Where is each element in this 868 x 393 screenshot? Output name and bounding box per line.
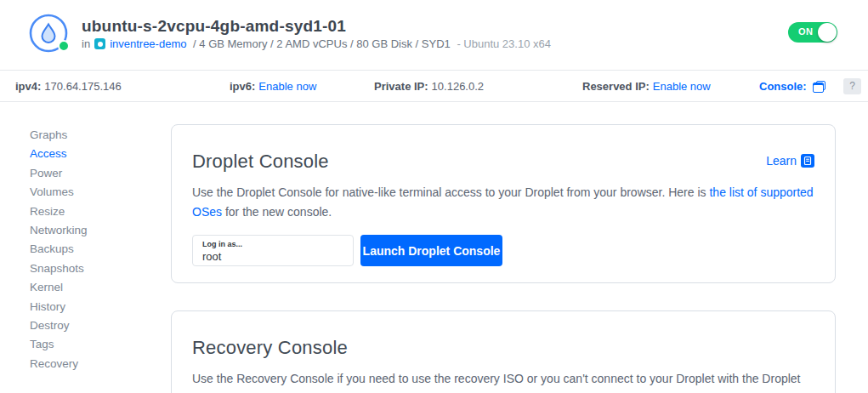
sidebar-item-history[interactable]: History [30,298,157,316]
login-as-field[interactable]: Log in as... [192,235,354,266]
sidebar-item-snapshots[interactable]: Snapshots [30,259,157,278]
reserved-ip-label: Reserved IP: [582,80,650,93]
ip-info-bar: ipv4:170.64.175.146 ipv6:Enable now Priv… [0,70,868,102]
login-as-input[interactable] [202,250,343,264]
droplet-specs: / 4 GB Memory / 2 AMD vCPUs / 80 GB Disk… [190,37,450,50]
description-text-2: for the new console. [222,205,332,219]
learn-label: Learn [766,154,797,168]
droplet-avatar-icon [29,14,68,53]
sidebar-item-resize[interactable]: Resize [30,202,157,221]
ipv6-info: ipv6:Enable now [230,71,316,102]
sidebar-item-networking[interactable]: Networking [30,221,157,240]
droplet-header: ubuntu-s-2vcpu-4gb-amd-syd1-01 in invent… [0,0,868,70]
toggle-knob [818,23,837,42]
recovery-console-description: Use the Recovery Console if you need to … [192,369,826,393]
sidebar-item-tags[interactable]: Tags [30,335,157,354]
docs-icon [801,154,814,168]
droplet-console-description: Use the Droplet Console for native-like … [192,183,826,222]
launch-droplet-console-button[interactable]: Launch Droplet Console [360,235,502,266]
sidebar-item-volumes[interactable]: Volumes [30,183,157,202]
sidebar-item-power[interactable]: Power [30,164,157,183]
droplet-console-card: Droplet Console Learn Use the Droplet Co… [171,124,836,283]
description-text-1: Use the Droplet Console for native-like … [192,185,709,199]
ipv4-value: 170.64.175.146 [44,80,121,93]
power-toggle[interactable]: ON [788,22,837,43]
sidebar-item-kernel[interactable]: Kernel [30,278,157,297]
sidebar-item-graphs[interactable]: Graphs [30,126,157,145]
private-ip-info: Private IP:10.126.0.2 [374,71,484,102]
learn-link[interactable]: Learn [766,154,814,168]
droplet-os: - Ubuntu 23.10 x64 [454,37,551,50]
power-status-dot [58,40,70,52]
toggle-state-label: ON [798,26,814,37]
console-link[interactable]: Console: [759,71,825,102]
droplet-subtitle: in inventree-demo / 4 GB Memory / 2 AMD … [82,37,551,50]
sidebar-item-recovery[interactable]: Recovery [30,355,157,373]
private-ip-value: 10.126.0.2 [432,80,484,93]
ipv6-label: ipv6: [230,80,255,93]
ipv4-label: ipv4: [15,80,41,93]
project-icon [94,38,105,49]
breadcrumb-prefix: in [82,37,90,50]
login-as-label: Log in as... [202,240,343,248]
console-window-icon [813,81,825,93]
help-button[interactable]: ? [843,78,861,94]
project-link[interactable]: inventree-demo [110,37,186,50]
droplet-sidebar: Graphs Access Power Volumes Resize Netwo… [30,126,157,373]
recovery-console-card: Recovery Console Use the Recovery Consol… [171,310,836,393]
reserved-ip-enable-link[interactable]: Enable now [653,80,711,93]
sidebar-item-access[interactable]: Access [30,145,157,163]
reserved-ip-info: Reserved IP:Enable now [582,71,711,102]
droplet-console-title: Droplet Console [192,151,329,173]
console-label: Console: [759,71,807,102]
private-ip-label: Private IP: [374,80,428,93]
ipv4-info: ipv4:170.64.175.146 [15,71,122,102]
sidebar-item-backups[interactable]: Backups [30,240,157,259]
sidebar-item-destroy[interactable]: Destroy [30,316,157,335]
page-title: ubuntu-s-2vcpu-4gb-amd-syd1-01 [82,17,346,36]
recovery-console-title: Recovery Console [192,337,348,359]
ipv6-enable-link[interactable]: Enable now [258,80,316,93]
